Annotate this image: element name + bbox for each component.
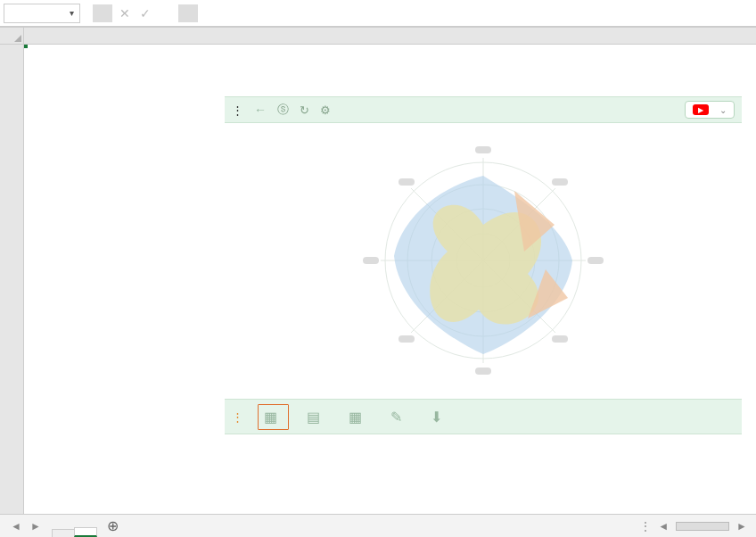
addin-chart-preview: [225, 123, 742, 398]
back-icon[interactable]: ←: [251, 103, 270, 117]
column-headers[interactable]: [24, 28, 756, 45]
row-headers[interactable]: [0, 45, 24, 514]
addin-toolbar: ⋮ ← ⓢ ↻ ⚙ ▶ ⌄: [225, 96, 742, 123]
svg-rect-12: [475, 146, 491, 153]
create-chart-manually-button[interactable]: ▤: [301, 405, 331, 429]
export-chart-button[interactable]: ⬇: [425, 405, 453, 429]
new-sheet-button[interactable]: ⊕: [96, 517, 129, 534]
divider-icon: ⋮: [640, 520, 651, 533]
svg-rect-15: [552, 335, 568, 343]
sheet-next-icon[interactable]: ►: [30, 520, 41, 533]
horiz-scroll[interactable]: ⋮ ◄ ►: [631, 520, 756, 533]
edit-chart-button[interactable]: ✎: [385, 405, 413, 429]
enter-icon[interactable]: ✓: [136, 6, 155, 21]
sheet-tab-sheet1[interactable]: [52, 529, 75, 537]
scroll-right-icon[interactable]: ►: [736, 520, 747, 533]
svg-rect-18: [363, 257, 379, 264]
export-icon: ⬇: [431, 409, 442, 425]
divider: [178, 4, 198, 22]
sheet-nav[interactable]: ◄ ►: [0, 520, 52, 533]
grid-selection-icon: ▦: [264, 409, 277, 425]
formula-bar-controls: ✕ ✓: [91, 4, 200, 22]
svg-rect-14: [588, 257, 604, 264]
scroll-track[interactable]: [676, 522, 729, 531]
youtube-icon: ▶: [693, 104, 709, 115]
chevron-down-icon: ▾: [70, 8, 74, 18]
select-all-corner[interactable]: [0, 28, 24, 45]
subscribed-status[interactable]: ⓢ: [277, 102, 292, 118]
sheet-prev-icon[interactable]: ◄: [11, 520, 21, 533]
formula-bar: ▾ ✕ ✓: [0, 0, 756, 27]
scroll-left-icon[interactable]: ◄: [658, 520, 669, 533]
sheet-tab-sheet2[interactable]: [74, 527, 97, 537]
create-chart-from-selection-button[interactable]: ▦: [258, 404, 289, 430]
name-box[interactable]: ▾: [4, 4, 80, 23]
svg-rect-17: [399, 335, 415, 343]
sliders-icon: ⚙: [320, 103, 331, 117]
settings-button[interactable]: ⚙: [320, 103, 334, 117]
edit-chart-icon: ✎: [390, 409, 402, 425]
add-sample-button[interactable]: ▦: [343, 405, 373, 429]
formula-input[interactable]: [210, 12, 752, 15]
refresh-icon: ↻: [300, 103, 309, 117]
svg-rect-13: [552, 178, 568, 186]
sample-grid-icon: ▦: [349, 409, 362, 425]
drag-handle-icon[interactable]: ⋮: [232, 103, 243, 117]
dollar-circle-icon: ⓢ: [277, 102, 289, 118]
chevron-down-icon: ⌄: [719, 105, 727, 115]
radar-chart-placeholder: [323, 136, 644, 385]
cancel-icon[interactable]: ✕: [115, 6, 135, 21]
addin-action-bar: ⋮ ▦ ▤ ▦ ✎ ⬇: [225, 399, 742, 434]
sheet-tab-bar: ◄ ► ⊕ ⋮ ◄ ►: [0, 514, 756, 537]
table-icon: ▤: [307, 409, 320, 425]
reset-all-button[interactable]: ↻: [300, 103, 313, 117]
selection-outline: [24, 45, 28, 48]
svg-rect-16: [475, 368, 491, 375]
svg-rect-19: [399, 178, 415, 186]
howto-video-button[interactable]: ▶ ⌄: [685, 101, 735, 119]
drag-handle-icon[interactable]: ⋮: [232, 410, 242, 424]
divider: [93, 4, 112, 22]
